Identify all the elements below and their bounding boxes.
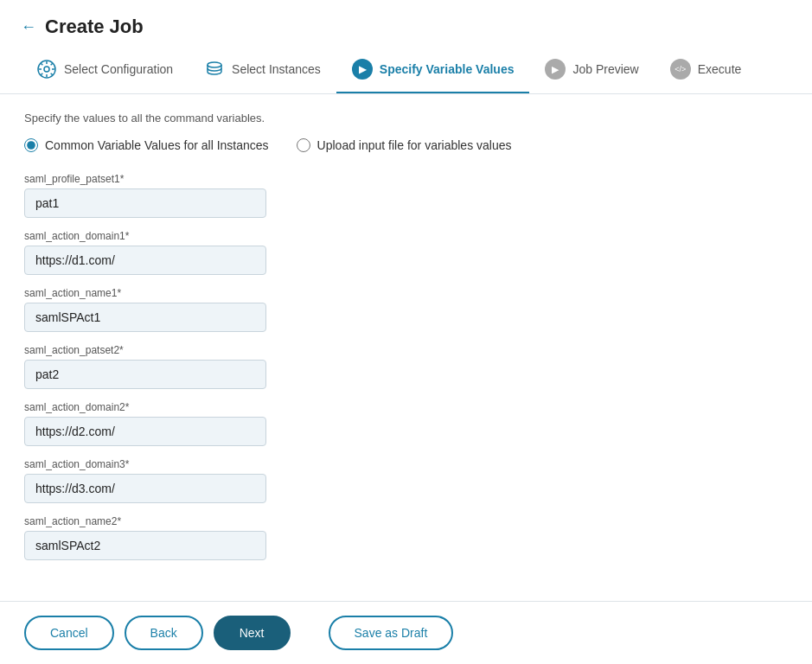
input-saml-action-name1[interactable]: [24, 303, 266, 332]
label-saml-action-patset2: saml_action_patset2*: [24, 344, 788, 356]
field-saml-profile-patset1: saml_profile_patset1*: [24, 173, 788, 218]
input-saml-action-name2[interactable]: [24, 531, 266, 560]
save-draft-button[interactable]: Save as Draft: [329, 616, 454, 650]
svg-line-9: [41, 73, 42, 75]
input-saml-profile-patset1[interactable]: [24, 188, 266, 218]
radio-upload-input[interactable]: [297, 138, 310, 152]
tab-select-configuration[interactable]: Select Configuration: [21, 47, 189, 93]
back-arrow-icon[interactable]: ←: [21, 18, 36, 36]
tab-execute-label: Execute: [698, 62, 742, 76]
tab-job-preview[interactable]: ▶ Job Preview: [529, 47, 654, 93]
radio-upload-file[interactable]: Upload input file for variables values: [297, 138, 512, 152]
tabs-bar: Select Configuration Select Instances ▶ …: [0, 47, 812, 94]
back-button[interactable]: Back: [125, 616, 203, 650]
page-title: Create Job: [45, 16, 144, 38]
main-content: Specify the values to all the command va…: [0, 94, 812, 601]
svg-line-6: [41, 63, 42, 65]
tab-specify-variable-values-label: Specify Variable Values: [380, 62, 515, 76]
tab-select-instances-label: Select Instances: [232, 62, 321, 76]
field-saml-action-patset2: saml_action_patset2*: [24, 344, 788, 389]
input-saml-action-domain1[interactable]: [24, 246, 266, 275]
next-button[interactable]: Next: [214, 616, 291, 650]
label-saml-action-name1: saml_action_name1*: [24, 287, 788, 299]
field-saml-action-domain3: saml_action_domain3*: [24, 458, 788, 503]
label-saml-action-name2: saml_action_name2*: [24, 515, 788, 527]
page-wrapper: ← Create Job Select Configu: [0, 0, 812, 664]
svg-line-8: [51, 63, 53, 65]
footer: Cancel Back Next Save as Draft: [0, 601, 812, 664]
field-saml-action-domain1: saml_action_domain1*: [24, 230, 788, 275]
gear-icon: [36, 59, 57, 80]
cancel-button[interactable]: Cancel: [24, 616, 114, 650]
execute-icon: </>: [670, 59, 691, 80]
field-saml-action-name1: saml_action_name1*: [24, 287, 788, 332]
job-preview-icon: ▶: [545, 59, 566, 80]
tab-specify-variable-values[interactable]: ▶ Specify Variable Values: [336, 47, 530, 93]
svg-point-10: [208, 62, 221, 67]
input-saml-action-patset2[interactable]: [24, 360, 266, 389]
radio-upload-label: Upload input file for variables values: [317, 138, 512, 152]
label-saml-action-domain3: saml_action_domain3*: [24, 458, 788, 470]
label-saml-profile-patset1: saml_profile_patset1*: [24, 173, 788, 185]
field-saml-action-domain2: saml_action_domain2*: [24, 401, 788, 446]
label-saml-action-domain2: saml_action_domain2*: [24, 401, 788, 413]
instances-icon: [204, 59, 225, 80]
tab-job-preview-label: Job Preview: [572, 62, 638, 76]
radio-common-variables[interactable]: Common Variable Values for all Instances: [24, 138, 269, 152]
tab-select-configuration-label: Select Configuration: [64, 62, 173, 76]
section-description: Specify the values to all the command va…: [24, 112, 788, 124]
radio-group: Common Variable Values for all Instances…: [24, 138, 788, 152]
tab-select-instances[interactable]: Select Instances: [189, 47, 336, 93]
page-header: ← Create Job: [0, 0, 812, 47]
svg-point-1: [44, 67, 49, 72]
specify-variables-icon: ▶: [352, 59, 373, 80]
input-saml-action-domain3[interactable]: [24, 474, 266, 503]
field-saml-action-name2: saml_action_name2*: [24, 515, 788, 560]
tab-execute[interactable]: </> Execute: [655, 47, 758, 93]
svg-line-7: [51, 73, 53, 75]
label-saml-action-domain1: saml_action_domain1*: [24, 230, 788, 242]
radio-common-label: Common Variable Values for all Instances: [45, 138, 269, 152]
input-saml-action-domain2[interactable]: [24, 417, 266, 446]
radio-common-input[interactable]: [24, 138, 38, 152]
